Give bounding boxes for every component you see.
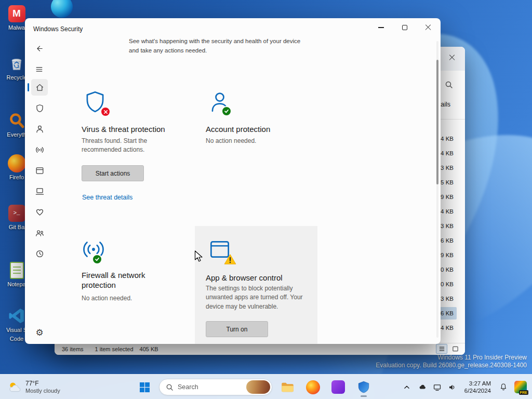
windows-logo-icon: [140, 382, 150, 392]
search-highlight-image[interactable]: [246, 380, 270, 394]
heart-icon: [35, 207, 45, 217]
home-icon: [35, 83, 45, 92]
start-actions-button[interactable]: Start actions: [82, 165, 144, 181]
card-title-firewall[interactable]: Firewall & network protection: [82, 271, 157, 290]
subtitle-line1: See what's happening with the security a…: [129, 37, 300, 46]
folder-icon: [281, 380, 295, 394]
card-desc-account: No action needed.: [206, 137, 304, 145]
desktop-icon-label: Everyth: [7, 131, 26, 139]
taskbar-clock[interactable]: 3:27 AM 6/24/2024: [461, 380, 495, 395]
cloud-icon: [418, 382, 427, 392]
laptop-icon: [35, 187, 45, 196]
desktop-icon-label: Git Ba: [9, 224, 25, 231]
family-icon: [35, 228, 45, 238]
close-icon: [449, 55, 455, 61]
recycle-bin-icon: [7, 54, 26, 73]
sidebar-item-device-performance[interactable]: [31, 204, 48, 220]
security-shield-icon: [357, 380, 370, 394]
speaker-icon: [448, 383, 457, 392]
sidebar-item-settings[interactable]: ⚙: [31, 324, 48, 341]
person-icon: [35, 124, 45, 134]
insider-preview-badge[interactable]: PRE: [512, 377, 529, 397]
settings-gear-icon: ⚙: [35, 328, 43, 337]
turn-on-button[interactable]: Turn on: [206, 321, 268, 337]
search-icon: [166, 383, 174, 391]
desktop-icon-label: Malwa: [8, 24, 25, 32]
start-button[interactable]: [135, 377, 154, 397]
app-window-icon: [35, 166, 45, 176]
desktop-icon-label: Visual S: [6, 327, 27, 334]
menu-button[interactable]: [31, 62, 47, 76]
taskbar: 77°F Mostly cloudy Search: [0, 374, 532, 399]
tray-show-hidden-icons[interactable]: [400, 377, 414, 397]
malwarebytes-icon: M: [7, 4, 26, 23]
tray-display[interactable]: [431, 377, 444, 397]
sidebar-item-protection-history[interactable]: [31, 245, 48, 262]
sidebar-item-virus-threat[interactable]: [31, 100, 48, 116]
maximize-button[interactable]: [393, 18, 416, 37]
desktop-icon-label: Firefo: [9, 174, 24, 181]
chevron-up-icon: [402, 382, 411, 392]
status-items-count: 36 items: [62, 346, 84, 352]
desktop: M Malwa Recycle Everyth Firefo >_ Git Ba…: [0, 0, 532, 399]
explorer-close-button[interactable]: [443, 50, 461, 65]
cloudy-weather-icon: [7, 381, 22, 393]
taskbar-icon-firefox[interactable]: [302, 377, 323, 397]
insider-colorful-icon: PRE: [514, 381, 527, 393]
edge-icon[interactable]: [51, 0, 73, 18]
watermark-line2: Evaluation copy. Build 26080.ge_release.…: [376, 362, 527, 369]
sidebar-item-app-browser[interactable]: [31, 162, 48, 179]
back-button[interactable]: [31, 41, 47, 56]
watermark-line1: Windows 11 Pro Insider Preview: [376, 354, 527, 362]
taskbar-search-box[interactable]: Search: [159, 379, 272, 395]
see-threat-details-link[interactable]: See threat details: [82, 194, 132, 201]
sidebar-item-family-options[interactable]: [31, 224, 48, 241]
notepad-icon: [7, 261, 26, 280]
pre-badge-label: PRE: [519, 390, 528, 395]
desktop-icon-label: Recycle: [6, 74, 26, 82]
status-selected-count: 1 item selected: [95, 346, 134, 352]
taskbar-icon-explorer[interactable]: [277, 377, 298, 397]
sidebar-item-device-security[interactable]: [31, 183, 48, 200]
card-desc-app-browser: The settings to block potentially unwant…: [206, 284, 308, 311]
monitor-icon: [433, 383, 442, 392]
scrollbar-thumb[interactable]: [436, 60, 438, 184]
firewall-network-icon: [81, 236, 107, 262]
mouse-cursor: [194, 250, 205, 265]
firefox-icon: [7, 154, 26, 172]
explorer-details-button[interactable]: tails: [439, 101, 450, 108]
card-desc-firewall: No action needed.: [82, 294, 180, 303]
card-title-account[interactable]: Account protection: [206, 125, 270, 135]
weather-temperature: 77°F: [25, 380, 60, 388]
explorer-search-icon[interactable]: [441, 77, 457, 92]
maximize-icon: [402, 25, 407, 30]
clock-date: 6/24/2024: [464, 387, 491, 394]
close-button[interactable]: [416, 18, 440, 37]
tray-onedrive[interactable]: [416, 377, 429, 397]
subtitle-line2: and take any actions needed.: [129, 46, 300, 56]
weather-widget[interactable]: 77°F Mostly cloudy: [3, 377, 64, 397]
windows-security-window: Windows Security See what's happening wi…: [25, 18, 441, 344]
shield-icon: [35, 103, 45, 113]
sidebar-item-home[interactable]: [31, 79, 48, 96]
taskbar-icon-windows-security[interactable]: [353, 377, 374, 397]
bell-icon: [499, 382, 508, 392]
notification-center-button[interactable]: [496, 377, 511, 397]
minimize-button[interactable]: [369, 18, 393, 37]
firefox-icon: [306, 380, 320, 394]
icons-view-toggle[interactable]: [449, 344, 461, 354]
back-arrow-icon: [35, 44, 44, 53]
search-placeholder: Search: [178, 383, 242, 391]
card-title-app-browser[interactable]: App & browser control: [206, 273, 283, 283]
card-desc-virus-threat: Threats found. Start the recommended act…: [82, 137, 159, 155]
sidebar-item-firewall[interactable]: [31, 141, 48, 158]
ok-badge-icon: [92, 254, 102, 264]
everything-icon: [7, 111, 26, 130]
explorer-status-bar: 36 items 1 item selected 405 KB: [55, 343, 465, 355]
taskbar-icon-purple-app[interactable]: [328, 377, 349, 397]
hamburger-icon: [35, 65, 44, 74]
card-title-virus-threat[interactable]: Virus & threat protection: [82, 125, 165, 135]
details-view-toggle[interactable]: [436, 344, 447, 354]
sidebar-item-account[interactable]: [31, 121, 48, 137]
tray-volume[interactable]: [446, 377, 459, 397]
